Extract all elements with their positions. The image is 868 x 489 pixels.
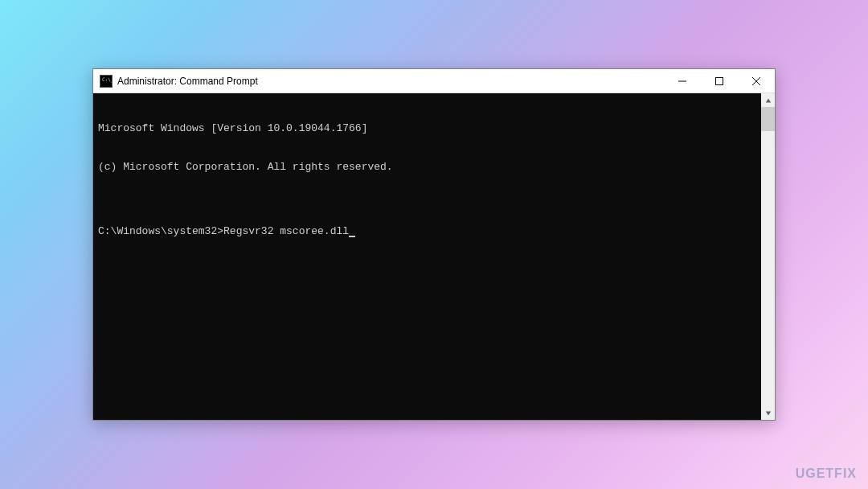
terminal-output-line: Microsoft Windows [Version 10.0.19044.17…	[98, 122, 756, 135]
terminal-output-line: (c) Microsoft Corporation. All rights re…	[98, 161, 756, 174]
scroll-up-button[interactable]	[761, 93, 775, 107]
minimize-button[interactable]	[664, 69, 701, 92]
watermark-logo: UGETFIX	[796, 466, 857, 481]
terminal-command: Regsvr32 mscoree.dll	[223, 225, 349, 238]
maximize-button[interactable]	[701, 69, 738, 92]
minimize-icon	[678, 77, 686, 85]
svg-marker-5	[765, 411, 770, 415]
terminal-prompt-line: C:\Windows\system32>Regsvr32 mscoree.dll	[98, 225, 756, 238]
terminal-prompt: C:\Windows\system32>	[98, 225, 223, 238]
close-button[interactable]	[738, 69, 775, 92]
command-prompt-window: Administrator: Command Prompt Microsoft …	[92, 68, 776, 421]
svg-marker-4	[765, 98, 770, 102]
cmd-icon	[100, 75, 113, 88]
close-icon	[752, 77, 760, 85]
window-title: Administrator: Command Prompt	[117, 76, 664, 87]
chevron-up-icon	[765, 97, 772, 104]
maximize-icon	[715, 77, 723, 85]
window-controls	[664, 69, 775, 92]
scroll-thumb[interactable]	[761, 107, 775, 131]
scroll-down-button[interactable]	[761, 406, 775, 420]
scroll-track[interactable]	[761, 107, 775, 406]
terminal-area[interactable]: Microsoft Windows [Version 10.0.19044.17…	[93, 93, 775, 420]
terminal-cursor	[349, 236, 355, 237]
titlebar[interactable]: Administrator: Command Prompt	[93, 69, 775, 93]
terminal-content[interactable]: Microsoft Windows [Version 10.0.19044.17…	[93, 93, 761, 420]
scrollbar[interactable]	[761, 93, 775, 420]
svg-rect-1	[716, 77, 723, 84]
chevron-down-icon	[765, 410, 772, 417]
